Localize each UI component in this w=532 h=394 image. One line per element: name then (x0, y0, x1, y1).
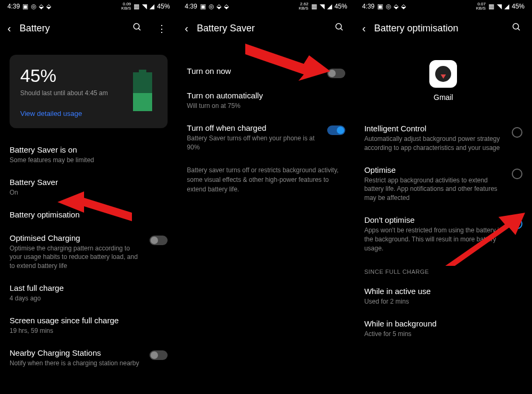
vowifi-icon: ▦ (134, 3, 139, 10)
wifi-icon: ◥ (497, 3, 502, 10)
optimise-radio[interactable] (512, 169, 522, 179)
page-title: Battery optimisation (374, 23, 500, 34)
signal-icon: ◢ (504, 3, 509, 10)
status-app-icon: ▣ (377, 3, 383, 10)
status-time: 4:39 (362, 3, 375, 10)
svg-point-6 (336, 23, 342, 29)
optimised-charging-toggle[interactable] (149, 236, 168, 245)
battery-saver-description: Battery saver turns off or restricts bac… (187, 158, 345, 202)
optimise-option[interactable]: Optimise Restrict app background activit… (364, 159, 522, 209)
nearby-charging-item[interactable]: Nearby Charging Stations Notify when the… (10, 342, 168, 374)
signal-icon: ◢ (149, 3, 154, 10)
turn-off-charged-item[interactable]: Turn off when charged Battery Saver turn… (187, 117, 345, 158)
optimised-charging-item[interactable]: Optimised Charging Optimise the charging… (10, 227, 168, 277)
back-icon[interactable]: ‹ (7, 22, 11, 35)
battery-icon (131, 70, 154, 111)
screen-battery-saver: 4:39 ▣ ◎ ⬙ ⬙ 2.62KB/S ▦ ◥ ◢ 45% ‹ Batter… (177, 0, 354, 394)
back-icon[interactable]: ‹ (185, 22, 188, 35)
intelligent-control-option[interactable]: Intelligent Control Automatically adjust… (364, 118, 522, 159)
screen-battery: 4:39 ▣ ◎ ⬙ ⬙ 0.09KB/S ▦ ◥ ◢ 45% ‹ Batter… (0, 0, 177, 394)
status-battery: 45% (335, 3, 347, 10)
header: ‹ Battery ⋮ (0, 13, 177, 44)
notif-icon: ⬙ (401, 3, 406, 10)
app-name: Gmail (434, 93, 453, 102)
header: ‹ Battery Saver (177, 13, 354, 44)
last-full-charge-item: Last full charge 4 days ago (10, 277, 168, 309)
header: ‹ Battery optimisation (355, 13, 532, 44)
svg-marker-8 (245, 44, 330, 81)
menu-icon[interactable]: ⋮ (154, 23, 170, 35)
search-icon[interactable] (129, 22, 145, 35)
svg-line-10 (518, 28, 520, 30)
annotation-arrow-1 (57, 191, 132, 228)
turn-on-auto-item[interactable]: Turn on automatically Will turn on at 75… (187, 85, 345, 117)
annotation-arrow-3 (445, 213, 525, 266)
status-bar: 4:39 ▣ ◎ ⬙ ⬙ 0.09KB/S ▦ ◥ ◢ 45% (0, 0, 177, 13)
search-icon[interactable] (331, 22, 347, 35)
notif-icon: ⬙ (217, 3, 221, 10)
screen-usage-item: Screen usage since full charge 19 hrs, 5… (10, 309, 168, 342)
notif-icon: ⬙ (394, 3, 398, 10)
notif-icon: ⬙ (39, 3, 44, 10)
battery-saver-status: Battery Saver is on Some features may be… (10, 139, 168, 171)
data-speed: 0.07KB/S (476, 2, 486, 11)
page-title: Battery Saver (197, 23, 323, 34)
svg-rect-2 (139, 70, 146, 72)
wifi-icon: ◥ (320, 3, 325, 10)
vowifi-icon: ▦ (488, 3, 494, 10)
status-bar: 4:39 ▣ ◎ ⬙ ⬙ 0.07KB/S ▦ ◥ ◢ 45% (355, 0, 532, 13)
svg-line-7 (340, 28, 343, 30)
instagram-icon: ◎ (31, 3, 36, 10)
instagram-icon: ◎ (386, 3, 391, 10)
gmail-icon (429, 60, 457, 88)
vowifi-icon: ▦ (311, 3, 317, 10)
turn-off-charged-toggle[interactable] (327, 125, 345, 135)
notif-icon: ⬙ (46, 3, 51, 10)
svg-marker-5 (57, 191, 132, 221)
signal-icon: ◢ (327, 3, 332, 10)
screen-battery-optimisation: 4:39 ▣ ◎ ⬙ ⬙ 0.07KB/S ▦ ◥ ◢ 45% ‹ Batter… (355, 0, 532, 394)
svg-point-0 (134, 23, 140, 29)
status-bar: 4:39 ▣ ◎ ⬙ ⬙ 2.62KB/S ▦ ◥ ◢ 45% (177, 0, 354, 13)
back-icon[interactable]: ‹ (362, 22, 366, 35)
nearby-charging-toggle[interactable] (149, 350, 168, 360)
status-battery: 45% (157, 3, 170, 10)
annotation-arrow-2 (245, 44, 330, 81)
data-speed: 2.62KB/S (298, 2, 308, 11)
app-header: Gmail (355, 44, 532, 118)
active-use-item: While in active use Used for 2 mins (364, 280, 522, 313)
svg-line-1 (139, 28, 141, 30)
page-title: Battery (20, 23, 121, 34)
status-app-icon: ▣ (22, 3, 28, 10)
svg-point-9 (513, 23, 519, 29)
status-app-icon: ▣ (200, 3, 206, 10)
search-icon[interactable] (509, 22, 525, 35)
background-use-item: While in background Active for 5 mins (364, 313, 522, 345)
svg-marker-11 (445, 213, 525, 266)
status-time: 4:39 (185, 3, 197, 10)
wifi-icon: ◥ (142, 3, 147, 10)
status-time: 4:39 (7, 3, 20, 10)
notif-icon: ⬙ (224, 3, 229, 10)
instagram-icon: ◎ (209, 3, 214, 10)
data-speed: 0.09KB/S (121, 2, 131, 11)
battery-summary-card[interactable]: 45% Should last until about 4:45 am View… (10, 55, 168, 128)
svg-rect-4 (133, 93, 152, 111)
status-battery: 45% (512, 3, 525, 10)
intelligent-control-radio[interactable] (512, 127, 522, 138)
